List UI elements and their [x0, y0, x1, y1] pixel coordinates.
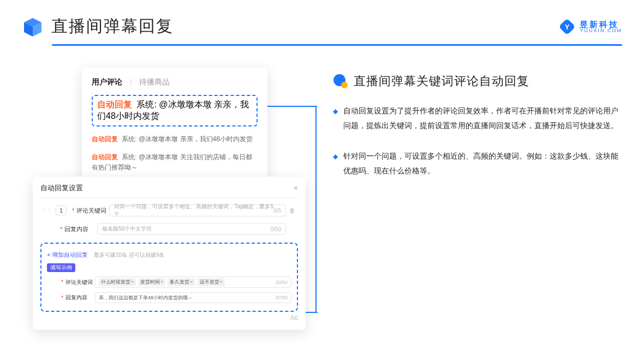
reply-counter: 0/50	[271, 226, 281, 232]
bullet-text: 自动回复设置为了提升作者的评论回复效率，作者可在开播前针对常见的评论用户问题，提…	[343, 104, 622, 132]
comments-card: 用户评论 | 待播商品 自动回复 系统: @冰墩墩本墩 亲亲，我们48小时内发货…	[82, 68, 267, 185]
brand-name-cn: 昱新科技	[580, 20, 622, 28]
keyword-input[interactable]: 对同一个问题，可设置多个相近、高频的关键词，Tag确定，最多5个 0/5	[109, 204, 286, 216]
example-keyword-input[interactable]: 什么时候发货 发货时间 多久发货 还不发货 20/50	[95, 276, 291, 288]
keyword-label: 评论关键词	[76, 207, 109, 215]
page-title: 直播间弹幕回复	[51, 15, 174, 38]
example-reply-row: * 回复内容 亲，我们这边都是下单48小时内发货的哦～ 37/50	[47, 292, 291, 303]
example-keyword-row: * 评论关键词 什么时候发货 发货时间 多久发货 还不发货 20/50	[47, 276, 291, 288]
example-section: + 增加自动回复 最多可建10条 还可以创建9条 填写示例 * 评论关键词 什么…	[40, 243, 298, 312]
keyword-row: ⋮⋮ 1 * 评论关键词 对同一个问题，可设置多个相近、高频的关键词，Tag确定…	[40, 204, 298, 216]
add-auto-reply-link[interactable]: + 增加自动回复	[47, 251, 88, 258]
required-dot: *	[61, 279, 63, 285]
example-badge: 填写示例	[47, 263, 75, 272]
system-label: 系统:	[122, 135, 136, 143]
comment-text: @冰墩墩本墩 亲亲，我们48小时内发货	[139, 135, 253, 143]
bottom-counter: /50	[40, 315, 298, 321]
bullet-item: ◆ 自动回复设置为了提升作者的评论回复效率，作者可在开播前针对常见的评论用户问题…	[333, 104, 622, 132]
diamond-bullet-icon: ◆	[333, 105, 338, 134]
system-label: 系统:	[122, 153, 136, 161]
diamond-bullet-icon: ◆	[333, 150, 338, 179]
brand-logo-icon: Y	[559, 19, 575, 35]
example-reply-input[interactable]: 亲，我们这边都是下单48小时内发货的哦～ 37/50	[95, 292, 291, 303]
required-dot: *	[72, 207, 74, 214]
keyword-tag[interactable]: 发货时间	[138, 278, 165, 286]
reply-row: * 回复内容 每条限50个中文字符 0/50	[40, 223, 298, 235]
brand: Y 昱新科技 YUUXIN.COM	[559, 19, 622, 35]
chat-bubble-icon	[333, 74, 348, 89]
example-keyword-label: 评论关键词	[65, 279, 95, 286]
order-number[interactable]: 1	[56, 206, 67, 215]
auto-reply-settings-card: 自动回复设置 × ⋮⋮ 1 * 评论关键词 对同一个问题，可设置多个相近、高频的…	[33, 177, 306, 330]
svg-text:Y: Y	[565, 23, 570, 31]
auto-reply-tag: 自动回复	[92, 135, 118, 143]
reply-input[interactable]: 每条限50个中文字符 0/50	[97, 223, 286, 235]
description-panel: 直播间弹幕关键词评论自动回复 ◆ 自动回复设置为了提升作者的评论回复效率，作者可…	[333, 68, 622, 194]
tab-pending-goods[interactable]: 待播商品	[139, 77, 170, 86]
keyword-tag[interactable]: 多久发货	[168, 278, 195, 286]
settings-title: 自动回复设置	[40, 183, 83, 193]
highlighted-comment: 自动回复 系统: @冰墩墩本墩 亲亲，我们48小时内发货	[92, 95, 258, 126]
auto-reply-tag: 自动回复	[97, 100, 132, 109]
delete-icon[interactable]: 🗑	[286, 207, 298, 214]
reply-label: 回复内容	[64, 225, 97, 233]
required-dot: *	[60, 226, 62, 232]
auto-reply-tag: 自动回复	[92, 153, 118, 161]
section-title: 直播间弹幕关键词评论自动回复	[354, 73, 529, 89]
keyword-counter: 0/5	[273, 208, 281, 214]
example-reply-text: 亲，我们这边都是下单48小时内发货的哦～	[99, 294, 193, 301]
required-dot: *	[61, 295, 63, 301]
connector-line	[306, 312, 318, 313]
tab-user-comments[interactable]: 用户评论	[92, 77, 122, 86]
example-keyword-counter: 20/50	[275, 280, 288, 285]
page-header: 直播间弹幕回复 Y 昱新科技 YUUXIN.COM	[0, 0, 644, 44]
system-label: 系统:	[136, 100, 156, 109]
keyword-tag[interactable]: 还不发货	[198, 278, 225, 286]
comment-item: 自动回复 系统: @冰墩墩本墩 亲亲，我们48小时内发货	[92, 134, 258, 144]
bullet-item: ◆ 针对同一个问题，可设置多个相近的、高频的关键词。例如：这款多少钱、这块能优惠…	[333, 149, 622, 178]
example-reply-label: 回复内容	[65, 294, 95, 301]
keyword-tag[interactable]: 什么时候发货	[99, 278, 136, 286]
close-icon[interactable]: ×	[294, 184, 298, 192]
comments-tabs: 用户评论 | 待播商品	[92, 77, 258, 87]
svg-point-6	[341, 82, 348, 88]
add-hint: 最多可建10条 还可以创建9条	[94, 252, 164, 258]
cube-icon	[22, 16, 44, 38]
example-reply-counter: 37/50	[275, 295, 288, 300]
drag-handle-icon[interactable]: ⋮⋮	[40, 207, 52, 214]
tab-separator: |	[130, 77, 132, 86]
bullet-text: 针对同一个问题，可设置多个相近的、高频的关键词。例如：这款多少钱、这块能优惠吗、…	[343, 149, 622, 178]
comment-item: 自动回复 系统: @冰墩墩本墩 关注我们的店铺，每日都有热门推荐呦～	[92, 152, 258, 173]
input-placeholder: 每条限50个中文字符	[102, 225, 152, 233]
input-placeholder: 对同一个问题，可设置多个相近、高频的关键词，Tag确定，最多5个	[114, 203, 273, 218]
brand-name-en: YUUXIN.COM	[580, 28, 622, 33]
